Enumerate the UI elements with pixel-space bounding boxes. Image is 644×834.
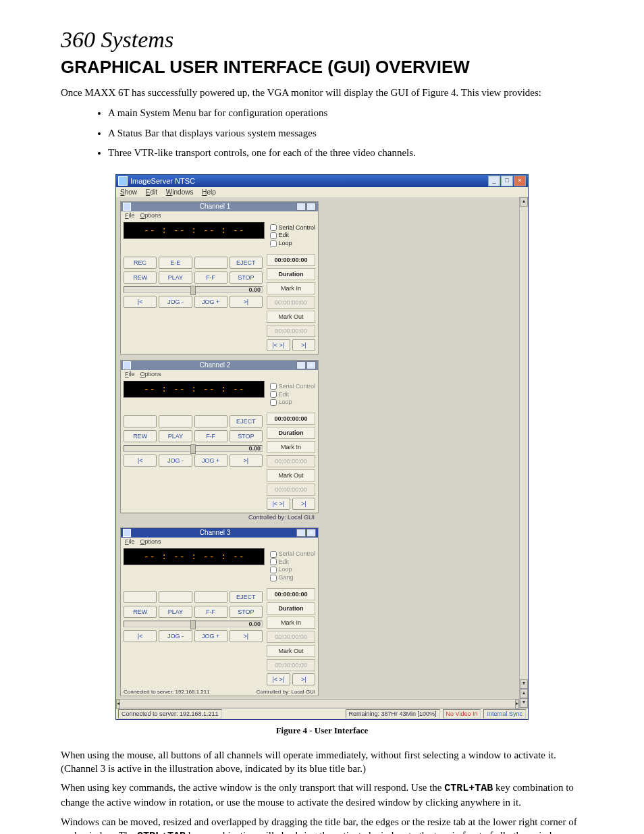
jog-button[interactable]: JOG + bbox=[194, 296, 227, 308]
checkbox-edit[interactable]: Edit bbox=[270, 558, 315, 567]
scroll-up-button-2[interactable]: ▴ bbox=[520, 689, 528, 698]
goto-button-0[interactable]: |< >| bbox=[267, 498, 290, 510]
mark-in-button[interactable]: Mark In bbox=[267, 617, 315, 629]
checkbox-input[interactable] bbox=[270, 383, 277, 390]
channel-titlebar[interactable]: Channel 3_× bbox=[121, 528, 318, 538]
ff-button[interactable]: F-F bbox=[194, 430, 227, 442]
menu-help[interactable]: Help bbox=[202, 188, 216, 196]
checkbox-edit[interactable]: Edit bbox=[270, 391, 315, 399]
main-titlebar[interactable]: ImageServer NTSC _ □ × bbox=[116, 175, 528, 187]
checkbox-serial-control[interactable]: Serial Control bbox=[270, 224, 315, 232]
checkbox-input[interactable] bbox=[270, 558, 277, 565]
rew-button[interactable]: REW bbox=[124, 271, 157, 284]
rec-button[interactable]: REC bbox=[124, 257, 157, 269]
channel-minimize-button[interactable]: _ bbox=[296, 203, 306, 211]
goto-button-1[interactable]: >| bbox=[292, 498, 316, 510]
horizontal-scrollbar[interactable]: ◂ ▸ bbox=[116, 699, 519, 708]
channel-close-button[interactable]: × bbox=[306, 361, 316, 369]
jog-button[interactable]: JOG - bbox=[159, 296, 192, 308]
channel-menubar[interactable]: FileOptions bbox=[121, 370, 318, 378]
channel-menu-item[interactable]: Options bbox=[140, 538, 161, 545]
checkbox-edit[interactable]: Edit bbox=[270, 232, 315, 240]
eject-button[interactable]: EJECT bbox=[230, 591, 263, 603]
ff-button[interactable]: F-F bbox=[194, 271, 227, 284]
eject-button[interactable]: EJECT bbox=[230, 415, 263, 427]
slider-thumb[interactable] bbox=[190, 444, 196, 454]
menu-show[interactable]: Show bbox=[120, 188, 137, 196]
checkbox-loop[interactable]: Loop bbox=[270, 566, 315, 574]
channel-window[interactable]: Channel 1_×FileOptions-- : -- : -- : --S… bbox=[120, 201, 319, 355]
checkbox-serial-control[interactable]: Serial Control bbox=[270, 550, 315, 558]
checkbox-input[interactable] bbox=[270, 575, 277, 581]
checkbox-loop[interactable]: Loop bbox=[270, 398, 315, 407]
checkbox-input[interactable] bbox=[270, 399, 277, 406]
checkbox-gang[interactable]: Gang bbox=[270, 574, 315, 582]
transport-button[interactable]: >| bbox=[230, 630, 263, 642]
channel-titlebar[interactable]: Channel 1_× bbox=[121, 202, 318, 211]
slider-thumb[interactable] bbox=[190, 620, 196, 629]
mark-out-button[interactable]: Mark Out bbox=[267, 469, 315, 481]
channel-titlebar[interactable]: Channel 2_× bbox=[121, 361, 318, 370]
mark-out-button[interactable]: Mark Out bbox=[267, 311, 315, 323]
channel-minimize-button[interactable]: _ bbox=[296, 529, 306, 537]
channel-menubar[interactable]: FileOptions bbox=[121, 211, 318, 219]
stop-button[interactable]: STOP bbox=[230, 606, 263, 618]
channel-menu-item[interactable]: File bbox=[125, 212, 135, 219]
channel-minimize-button[interactable]: _ bbox=[296, 361, 306, 369]
checkbox-input[interactable] bbox=[270, 232, 277, 239]
rew-button[interactable]: REW bbox=[124, 606, 157, 618]
checkbox-input[interactable] bbox=[270, 551, 277, 558]
mark-in-button[interactable]: Mark In bbox=[267, 441, 315, 453]
goto-button-0[interactable]: |< >| bbox=[267, 339, 290, 351]
menu-windows[interactable]: Windows bbox=[166, 188, 194, 196]
checkbox-input[interactable] bbox=[270, 240, 277, 247]
channel-close-button[interactable]: × bbox=[306, 529, 316, 537]
channel-window[interactable]: Channel 2_×FileOptions-- : -- : -- : --S… bbox=[120, 360, 319, 513]
main-menubar[interactable]: Show Edit Windows Help bbox=[116, 187, 528, 197]
slider-thumb[interactable] bbox=[190, 286, 196, 295]
transport-button[interactable]: >| bbox=[230, 296, 263, 308]
play-button[interactable]: PLAY bbox=[159, 606, 192, 618]
checkbox-input[interactable] bbox=[270, 567, 277, 573]
checkbox-loop[interactable]: Loop bbox=[270, 240, 315, 248]
channel-menubar[interactable]: FileOptions bbox=[121, 538, 318, 546]
eject-button[interactable]: EJECT bbox=[230, 257, 263, 269]
transport-button[interactable]: |< bbox=[124, 296, 157, 308]
jog-slider[interactable]: 0.00 bbox=[124, 621, 263, 627]
jog-button[interactable]: JOG + bbox=[194, 454, 227, 467]
checkbox-serial-control[interactable]: Serial Control bbox=[270, 383, 315, 391]
ff-button[interactable]: F-F bbox=[194, 606, 227, 618]
jog-button[interactable]: JOG - bbox=[159, 454, 192, 467]
minimize-button[interactable]: _ bbox=[488, 176, 500, 186]
jog-slider[interactable]: 0.00 bbox=[124, 445, 263, 452]
transport-button[interactable]: |< bbox=[124, 630, 157, 642]
channel-menu-item[interactable]: Options bbox=[140, 371, 161, 377]
channel-window[interactable]: Channel 3_×FileOptions-- : -- : -- : --S… bbox=[120, 527, 319, 696]
transport-button[interactable]: >| bbox=[230, 454, 263, 467]
goto-button-1[interactable]: >| bbox=[292, 339, 316, 351]
play-button[interactable]: PLAY bbox=[159, 271, 192, 284]
goto-button-1[interactable]: >| bbox=[292, 673, 316, 685]
goto-button-0[interactable]: |< >| bbox=[267, 673, 290, 685]
vertical-scrollbar[interactable]: ▴ ▾ ▴ ▾ bbox=[519, 197, 528, 708]
close-button[interactable]: × bbox=[514, 176, 526, 186]
checkbox-input[interactable] bbox=[270, 391, 277, 398]
stop-button[interactable]: STOP bbox=[230, 271, 263, 284]
play-button[interactable]: PLAY bbox=[159, 430, 192, 442]
rew-button[interactable]: REW bbox=[124, 430, 157, 442]
channel-menu-item[interactable]: File bbox=[125, 371, 135, 377]
scroll-down-button[interactable]: ▾ bbox=[520, 679, 528, 689]
jog-button[interactable]: JOG + bbox=[194, 630, 227, 642]
stop-button[interactable]: STOP bbox=[230, 430, 263, 442]
channel-menu-item[interactable]: File bbox=[125, 538, 135, 545]
transport-button[interactable]: |< bbox=[124, 454, 157, 467]
mark-in-button[interactable]: Mark In bbox=[267, 282, 315, 294]
menu-edit[interactable]: Edit bbox=[146, 188, 157, 196]
checkbox-input[interactable] bbox=[270, 224, 277, 231]
scroll-down-button-2[interactable]: ▾ bbox=[520, 698, 528, 708]
mark-out-button[interactable]: Mark Out bbox=[267, 645, 315, 657]
maximize-button[interactable]: □ bbox=[501, 176, 513, 186]
channel-menu-item[interactable]: Options bbox=[140, 212, 161, 219]
jog-slider[interactable]: 0.00 bbox=[124, 286, 263, 293]
jog-button[interactable]: JOG - bbox=[159, 630, 192, 642]
